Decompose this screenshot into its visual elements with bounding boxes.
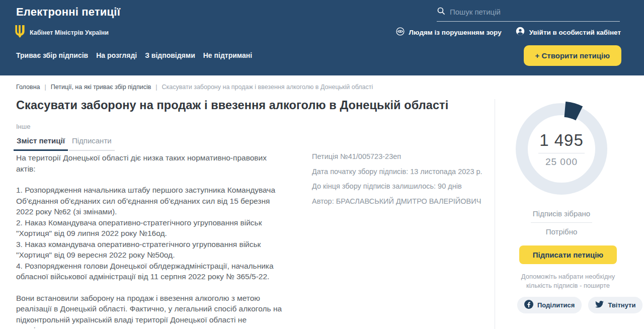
petition-meta: Петиція №41/005723-23еп Дата початку збо…: [312, 152, 493, 212]
share-twitter-button[interactable]: Твітнути: [588, 297, 642, 313]
share-help-text: Допоможіть набрати необхідну кількість п…: [516, 272, 620, 290]
petition-intro: На території Донецької області діє низка…: [16, 152, 288, 174]
search-input[interactable]: [450, 8, 620, 16]
sign-petition-button[interactable]: Підписати петицію: [519, 245, 617, 264]
breadcrumb-separator: |: [45, 84, 46, 91]
share-buttons: Поділитися Твітнути: [517, 297, 642, 313]
user-account-icon: [516, 27, 525, 38]
breadcrumb-section[interactable]: Петиції, на які триває збір підписів: [51, 84, 151, 91]
signatures-required-count: 25 000: [545, 156, 578, 168]
content-sidebar-divider: [495, 99, 495, 329]
breadcrumb-home[interactable]: Головна: [16, 84, 40, 91]
labels-divider: [531, 222, 592, 223]
required-label: Потрібно: [514, 227, 609, 236]
signatures-collected-count: 1 495: [539, 131, 584, 150]
petition-act: 1. Розпорядження начальника штабу першог…: [16, 185, 288, 217]
petition-conclusion: Вони встановили заборону на продаж і вве…: [16, 293, 288, 329]
petition-start-date: Дата початку збору підписів: 13 листопад…: [312, 168, 493, 176]
tab-petition-content[interactable]: Зміст петиції: [14, 136, 68, 151]
petition-days-left: До кінця збору підписів залишилось: 90 д…: [312, 182, 493, 190]
create-petition-button[interactable]: + Створити петицію: [524, 45, 621, 66]
trident-icon: [15, 25, 25, 40]
share-facebook-label: Поділитися: [537, 301, 575, 309]
petition-act: 4. Розпорядження голови Донецької облдер…: [16, 261, 288, 282]
login-label: Увійти в особистий кабінет: [529, 29, 621, 36]
login-link[interactable]: Увійти в особистий кабінет: [516, 27, 621, 38]
collected-label: Підписів зібрано: [514, 209, 609, 218]
twitter-icon: [595, 301, 604, 309]
breadcrumb-current: Скасувати заборону на продаж і ввезення …: [162, 84, 373, 91]
breadcrumb-separator: |: [155, 84, 157, 91]
share-twitter-label: Твітнути: [608, 301, 635, 309]
petition-page: Електронні петиції Кабінет Міністрів Укр…: [0, 0, 644, 329]
share-facebook-button[interactable]: Поділитися: [517, 297, 582, 313]
signatures-counts: 1 495 25 000: [514, 102, 609, 196]
petition-author: Автор: БРАСЛАВСЬКИЙ ДМИТРО ВАЛЕРІЙОВИЧ: [312, 197, 493, 205]
petition-act: 3. Наказ командувача оперативно-стратегі…: [16, 239, 288, 261]
petition-body: На території Донецької області діє низка…: [16, 152, 288, 329]
petition-act: 2. Наказ Командувача оперативно-стратегі…: [16, 217, 288, 239]
petition-acts-list: 1. Розпорядження начальника штабу першог…: [16, 185, 288, 282]
site-logo-title[interactable]: Електронні петиції: [16, 6, 120, 19]
tab-signers[interactable]: Підписанти: [69, 136, 115, 151]
util-row: Людям із порушенням зору Увійти в особис…: [396, 27, 621, 38]
search-icon: [437, 7, 445, 17]
org-row: Кабінет Міністрів України: [15, 25, 109, 40]
org-label: Кабінет Міністрів України: [30, 29, 109, 36]
facebook-icon: [524, 300, 533, 310]
nav-item-in-review[interactable]: На розгляді: [96, 51, 137, 59]
page-title: Скасувати заборону на продаж і ввезення …: [16, 99, 469, 112]
eye-icon: [396, 27, 405, 38]
breadcrumb: Головна | Петиції, на які триває збір пі…: [16, 84, 373, 91]
petition-number: Петиція №41/005723-23еп: [312, 152, 493, 160]
accessibility-label: Людям із порушенням зору: [409, 29, 502, 36]
site-header: Електронні петиції Кабінет Міністрів Укр…: [0, 0, 644, 75]
nav-item-collecting[interactable]: Триває збір підписів: [16, 51, 88, 59]
accessibility-link[interactable]: Людям із порушенням зору: [396, 27, 502, 38]
category-label: Інше: [16, 123, 30, 130]
signatures-labels: Підписів зібрано Потрібно: [514, 209, 609, 236]
nav-item-answered[interactable]: З відповідями: [145, 51, 195, 59]
main-nav: Триває збір підписів На розгляді З відпо…: [16, 51, 252, 59]
counts-divider: [538, 153, 585, 153]
search-box[interactable]: [437, 7, 620, 22]
petition-tabs: Зміст петиції Підписанти: [14, 136, 115, 151]
nav-item-unsupported[interactable]: Не підтримані: [203, 51, 252, 59]
